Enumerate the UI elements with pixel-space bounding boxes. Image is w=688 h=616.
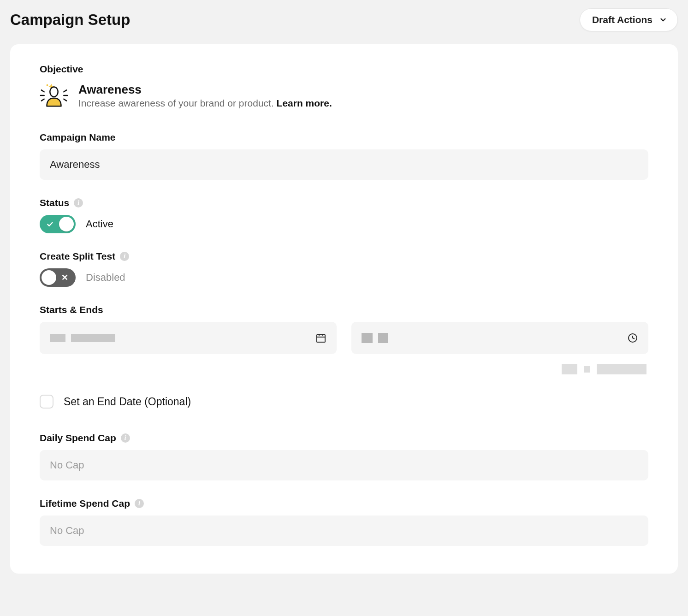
draft-actions-label: Draft Actions — [592, 14, 652, 25]
svg-point-6 — [47, 84, 48, 86]
end-date-checkbox-label: Set an End Date (Optional) — [64, 396, 191, 408]
start-date-value — [50, 334, 115, 342]
schedule-label: Starts & Ends — [40, 304, 648, 315]
timezone-hint — [40, 364, 648, 374]
split-test-state-label: Disabled — [86, 272, 125, 284]
start-date-field[interactable] — [40, 322, 337, 354]
svg-line-0 — [42, 90, 44, 92]
lifetime-spend-cap-input[interactable] — [40, 515, 648, 546]
x-icon: ✕ — [61, 272, 68, 283]
learn-more-link[interactable]: Learn more. — [277, 98, 332, 108]
campaign-setup-card: Objective Awareness Increas — [10, 44, 678, 574]
daily-spend-cap-label: Daily Spend Cap — [40, 432, 116, 444]
start-time-value — [362, 333, 388, 343]
chevron-down-icon — [659, 16, 667, 24]
objective-description: Increase awareness of your brand or prod… — [78, 98, 332, 109]
info-icon[interactable]: i — [121, 433, 130, 443]
split-test-toggle[interactable]: ✕ — [40, 268, 76, 287]
objective-label: Objective — [40, 64, 648, 75]
svg-point-7 — [50, 87, 58, 97]
awareness-icon — [40, 81, 68, 110]
end-date-checkbox[interactable] — [40, 395, 53, 409]
split-test-label: Create Split Test — [40, 251, 115, 262]
status-state-label: Active — [86, 218, 113, 230]
calendar-icon — [315, 332, 326, 344]
svg-line-5 — [64, 99, 66, 101]
page-title: Campaign Setup — [10, 11, 130, 29]
info-icon[interactable]: i — [135, 499, 144, 508]
clock-icon — [627, 332, 638, 344]
check-icon — [46, 220, 53, 228]
svg-line-2 — [42, 99, 44, 101]
status-label: Status — [40, 197, 69, 208]
campaign-name-label: Campaign Name — [40, 132, 648, 143]
svg-rect-8 — [317, 335, 325, 342]
info-icon[interactable]: i — [120, 252, 129, 261]
objective-title: Awareness — [78, 83, 332, 97]
lifetime-spend-cap-label: Lifetime Spend Cap — [40, 498, 130, 509]
svg-line-3 — [64, 90, 66, 92]
status-toggle[interactable] — [40, 215, 76, 233]
draft-actions-button[interactable]: Draft Actions — [580, 8, 678, 31]
info-icon[interactable]: i — [74, 198, 83, 207]
campaign-name-input[interactable] — [40, 149, 648, 180]
start-time-field[interactable] — [351, 322, 648, 354]
objective-description-text: Increase awareness of your brand or prod… — [78, 98, 277, 108]
daily-spend-cap-input[interactable] — [40, 450, 648, 480]
